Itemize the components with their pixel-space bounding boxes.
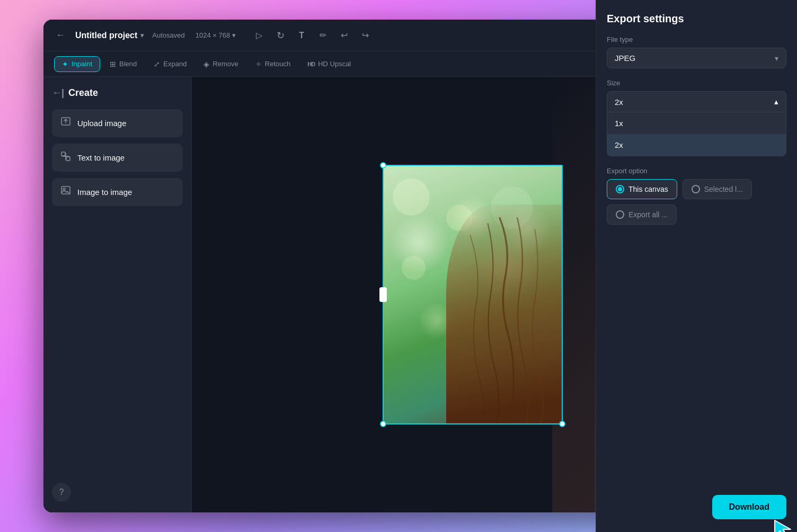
size-selected-value: 2x — [615, 97, 623, 107]
rotate-tool-button[interactable]: ↻ — [272, 27, 289, 44]
retouch-label: Retouch — [265, 60, 290, 68]
this-canvas-option[interactable]: This canvas — [607, 179, 677, 199]
sidebar-back-icon: ←| — [52, 87, 64, 99]
sidebar-title-label: Create — [68, 87, 98, 99]
blend-icon: ⊞ — [110, 60, 116, 68]
handle-bottom-right[interactable] — [559, 421, 565, 427]
tools-group: ▷ ↻ T ✏ ↩ ↪ — [251, 27, 374, 44]
size-option-1x[interactable]: 1x — [607, 112, 754, 134]
export-options-group: This canvas Selected l... — [607, 179, 754, 199]
back-icon: ← — [56, 30, 65, 41]
expand-label: Expand — [163, 60, 187, 68]
select-tool-button[interactable]: ▷ — [251, 27, 268, 44]
app-window: ← Untitled project ▾ Autosaved 1024 × 76… — [43, 20, 754, 512]
undo-button[interactable]: ↩ — [335, 27, 352, 44]
blend-label: Blend — [119, 60, 137, 68]
dimensions-value: 1024 × 768 — [196, 31, 230, 39]
upload-icon — [60, 117, 71, 130]
this-canvas-label: This canvas — [628, 185, 668, 193]
upscal-tab[interactable]: HD HD Upscal — [300, 57, 358, 71]
canvas-image-content — [384, 166, 562, 423]
inpaint-tab[interactable]: ✦ Inpaint — [54, 56, 100, 72]
blend-tab[interactable]: ⊞ Blend — [102, 57, 144, 72]
inpaint-label: Inpaint — [72, 60, 92, 68]
upscal-icon: HD — [307, 61, 315, 67]
handle-top-left[interactable] — [380, 162, 386, 169]
retouch-tab[interactable]: ✧ Retouch — [248, 57, 298, 72]
export-option-label: Export option — [607, 167, 754, 175]
retouch-icon: ✧ — [255, 60, 262, 68]
project-name-dropdown[interactable]: Untitled project ▾ — [75, 31, 144, 40]
svg-rect-1 — [61, 152, 65, 156]
dimensions-dropdown[interactable]: 1024 × 768 ▾ — [196, 31, 236, 39]
export-all-label: Export all ... — [628, 210, 668, 219]
inpaint-icon: ✦ — [62, 60, 68, 68]
size-section: Size 2x ▴ 1x 2x — [607, 79, 754, 156]
image-to-image-button[interactable]: Image to image — [52, 178, 183, 206]
size-label: Size — [607, 79, 754, 87]
help-icon: ? — [59, 487, 64, 497]
autosaved-status: Autosaved — [152, 31, 184, 39]
main-content: ←| Create Upload image — [43, 77, 754, 512]
export-option-section: Export option This canvas Selected l... — [607, 167, 754, 225]
text-to-image-label: Text to image — [77, 153, 125, 162]
handle-mid-left[interactable] — [379, 287, 387, 302]
redo-button[interactable]: ↪ — [357, 27, 374, 44]
export-all-radio — [616, 210, 624, 219]
text-to-image-icon — [60, 151, 71, 164]
help-button[interactable]: ? — [52, 483, 71, 502]
remove-label: Remove — [212, 60, 238, 68]
export-all-button[interactable]: Export all ... — [607, 205, 677, 225]
upload-image-button[interactable]: Upload image — [52, 109, 183, 137]
size-selected-option[interactable]: 2x ▴ — [607, 92, 754, 112]
selected-label: Selected l... — [704, 185, 743, 193]
remove-icon: ◈ — [203, 60, 209, 68]
selected-radio — [692, 185, 700, 193]
project-chevron-icon: ▾ — [140, 32, 144, 39]
this-canvas-radio-dot — [618, 187, 622, 191]
dimensions-chevron-icon: ▾ — [232, 31, 236, 39]
expand-icon: ⤢ — [154, 60, 160, 68]
export-panel: Export settings File type JPEG ▾ Size 2x… — [596, 77, 754, 512]
back-button[interactable]: ← — [52, 27, 69, 44]
hair-overlay — [446, 205, 562, 423]
project-name-label: Untitled project — [75, 31, 137, 40]
canvas-image-frame — [383, 165, 563, 424]
remove-tab[interactable]: ◈ Remove — [196, 57, 245, 72]
size-dropdown: 2x ▴ 1x 2x — [607, 91, 754, 156]
upscal-label: HD Upscal — [318, 60, 351, 68]
upload-image-label: Upload image — [77, 119, 127, 128]
selected-option[interactable]: Selected l... — [683, 179, 752, 199]
download-button[interactable]: Download — [712, 495, 754, 512]
text-to-image-button[interactable]: Text to image — [52, 144, 183, 172]
expand-tab[interactable]: ⤢ Expand — [146, 57, 194, 72]
sidebar: ←| Create Upload image — [43, 77, 192, 512]
image-to-image-icon — [60, 185, 71, 199]
image-to-image-label: Image to image — [77, 188, 132, 197]
svg-rect-2 — [66, 157, 70, 161]
size-option-2x[interactable]: 2x — [607, 134, 754, 156]
download-row: Download — [607, 495, 754, 512]
sidebar-title: ←| Create — [52, 87, 183, 99]
this-canvas-radio — [616, 185, 624, 193]
pen-tool-button[interactable]: ✏ — [314, 27, 331, 44]
handle-bottom-left[interactable] — [380, 421, 386, 427]
text-tool-button[interactable]: T — [293, 27, 310, 44]
